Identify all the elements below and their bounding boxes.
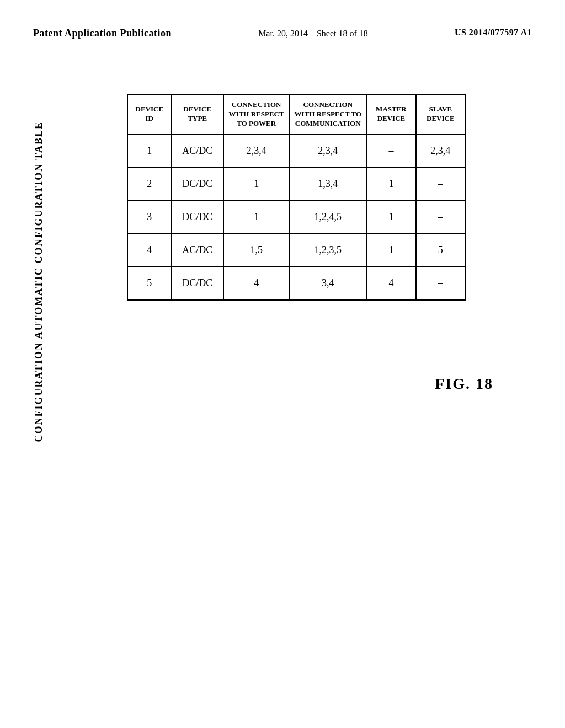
cell-conn-comm: 2,3,4 <box>289 135 366 168</box>
cell-conn-power: 1 <box>223 201 290 234</box>
cell-master: – <box>366 135 415 168</box>
diagram-vertical-title: CONFIGURATION AUTOMATIC CONFIGURATION TA… <box>33 121 45 442</box>
col-header-master: MASTERDEVICE <box>366 94 415 135</box>
cell-conn-power: 1,5 <box>223 234 290 267</box>
config-table: DEVICEID DEVICETYPE CONNECTIONWITH RESPE… <box>127 94 466 301</box>
cell-slave: – <box>416 267 465 300</box>
cell-master: 1 <box>366 201 415 234</box>
cell-master: 1 <box>366 168 415 201</box>
cell-conn-power: 2,3,4 <box>223 135 290 168</box>
cell-slave: 5 <box>416 234 465 267</box>
col-header-slave: SLAVEDEVICE <box>416 94 465 135</box>
cell-device-id: 2 <box>127 168 172 201</box>
page-header: Patent Application Publication Mar. 20, … <box>0 28 565 40</box>
patent-number: US 2014/077597 A1 <box>455 28 532 38</box>
table-row: 1 AC/DC 2,3,4 2,3,4 – 2,3,4 <box>127 135 465 168</box>
cell-slave: – <box>416 201 465 234</box>
table-row: 2 DC/DC 1 1,3,4 1 – <box>127 168 465 201</box>
cell-device-id: 5 <box>127 267 172 300</box>
table-header-row: DEVICEID DEVICETYPE CONNECTIONWITH RESPE… <box>127 94 465 135</box>
cell-conn-comm: 3,4 <box>289 267 366 300</box>
col-header-device-id: DEVICEID <box>127 94 172 135</box>
cell-device-type: DC/DC <box>172 168 223 201</box>
cell-device-type: DC/DC <box>172 267 223 300</box>
cell-master: 4 <box>366 267 415 300</box>
table-row: 3 DC/DC 1 1,2,4,5 1 – <box>127 201 465 234</box>
sheet-info: Mar. 20, 2014 Sheet 18 of 18 <box>258 28 368 40</box>
col-header-conn-power: CONNECTIONWITH RESPECTTO POWER <box>223 94 290 135</box>
cell-device-id: 3 <box>127 201 172 234</box>
cell-master: 1 <box>366 234 415 267</box>
figure-label: FIG. 18 <box>435 375 493 393</box>
cell-conn-comm: 1,2,4,5 <box>289 201 366 234</box>
cell-conn-comm: 1,2,3,5 <box>289 234 366 267</box>
sheet-label: Sheet 18 of 18 <box>317 29 368 38</box>
publication-label: Patent Application Publication <box>33 28 172 39</box>
cell-conn-power: 1 <box>223 168 290 201</box>
col-header-conn-comm: CONNECTIONWITH RESPECT TOCOMMUNICATION <box>289 94 366 135</box>
table-section: DEVICEID DEVICETYPE CONNECTIONWITH RESPE… <box>127 94 466 301</box>
col-header-device-type: DEVICETYPE <box>172 94 223 135</box>
cell-slave: – <box>416 168 465 201</box>
cell-slave: 2,3,4 <box>416 135 465 168</box>
cell-device-type: AC/DC <box>172 234 223 267</box>
table-row: 5 DC/DC 4 3,4 4 – <box>127 267 465 300</box>
date-label: Mar. 20, 2014 <box>258 29 308 38</box>
cell-device-id: 1 <box>127 135 172 168</box>
cell-device-id: 4 <box>127 234 172 267</box>
cell-conn-power: 4 <box>223 267 290 300</box>
cell-conn-comm: 1,3,4 <box>289 168 366 201</box>
table-row: 4 AC/DC 1,5 1,2,3,5 1 5 <box>127 234 465 267</box>
cell-device-type: DC/DC <box>172 201 223 234</box>
cell-device-type: AC/DC <box>172 135 223 168</box>
